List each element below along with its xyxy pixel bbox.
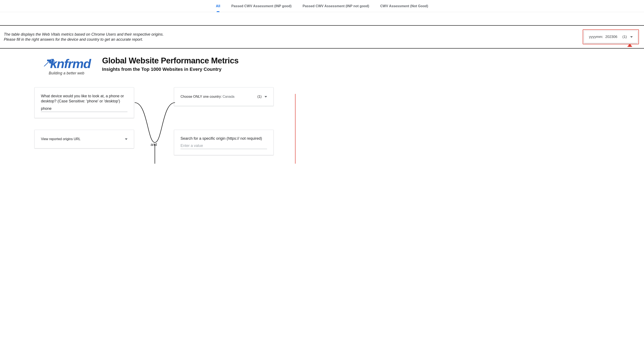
brand-logo: knfrmd Building a better web xyxy=(42,56,90,75)
date-filter-dropdown[interactable]: yyyymm: 202306 (1) xyxy=(584,31,638,43)
date-filter-count: (1) xyxy=(622,35,627,39)
intro-line-1: The table displays the Web Vitals metric… xyxy=(4,32,164,37)
origin-search-card: Search for a specific origin (https:// n… xyxy=(174,130,274,155)
tab-passed-inp-not-good[interactable]: Passed CWV Assessment (INP not good) xyxy=(302,4,370,12)
connector-lines xyxy=(135,100,175,164)
origin-search-input[interactable] xyxy=(180,142,267,149)
arrow-icon xyxy=(42,57,52,70)
intro-text: The table displays the Web Vitals metric… xyxy=(4,32,164,42)
tab-bar: All Passed CWV Assessment (INP good) Pas… xyxy=(0,0,644,12)
page-subtitle: Insights from the Top 1000 Websites in E… xyxy=(102,66,238,72)
country-card-label: Choose ONLY one country: xyxy=(180,95,222,99)
brand-tagline: Building a better web xyxy=(42,71,90,75)
tab-all[interactable]: All xyxy=(215,4,221,12)
date-filter-callout: yyyymm: 202306 (1) xyxy=(583,29,639,44)
device-card: What device would you like to look at, a… xyxy=(34,87,134,118)
callout-arrowhead xyxy=(628,44,632,48)
device-card-label: What device would you like to look at, a… xyxy=(41,93,128,104)
country-card-value: Canada xyxy=(222,95,234,99)
hero-row: knfrmd Building a better web Global Webs… xyxy=(0,48,644,75)
origin-search-label: Search for a specific origin (https:// n… xyxy=(180,136,267,141)
hero-copy: Global Website Performance Metrics Insig… xyxy=(102,56,238,72)
date-filter-label: yyyymm: xyxy=(589,35,603,39)
controls-area: What device would you like to look at, a… xyxy=(0,87,644,164)
page-title: Global Website Performance Metrics xyxy=(102,56,238,65)
tab-not-good[interactable]: CWV Assessment (Not Good) xyxy=(379,4,429,12)
chevron-down-icon xyxy=(630,36,633,38)
intro-line-2: Please fill in the right answers for the… xyxy=(4,37,164,42)
country-card-count: (1) xyxy=(257,95,262,99)
origin-select-card[interactable]: View reported origins URL xyxy=(34,130,134,148)
chevron-down-icon xyxy=(125,138,128,140)
tab-passed-inp-good[interactable]: Passed CWV Assessment (INP good) xyxy=(230,4,292,12)
chevron-down-icon xyxy=(264,96,267,97)
origin-select-label: View reported origins URL xyxy=(41,137,80,141)
intro-section: The table displays the Web Vitals metric… xyxy=(0,25,644,48)
connector-word: and xyxy=(150,142,157,147)
brand-wordmark: knfrmd xyxy=(50,57,90,71)
device-input[interactable] xyxy=(41,105,128,112)
main-section: knfrmd Building a better web Global Webs… xyxy=(0,48,644,164)
date-filter-value: 202306 xyxy=(605,35,617,39)
country-card[interactable]: Choose ONLY one country: Canada (1) xyxy=(174,87,274,106)
